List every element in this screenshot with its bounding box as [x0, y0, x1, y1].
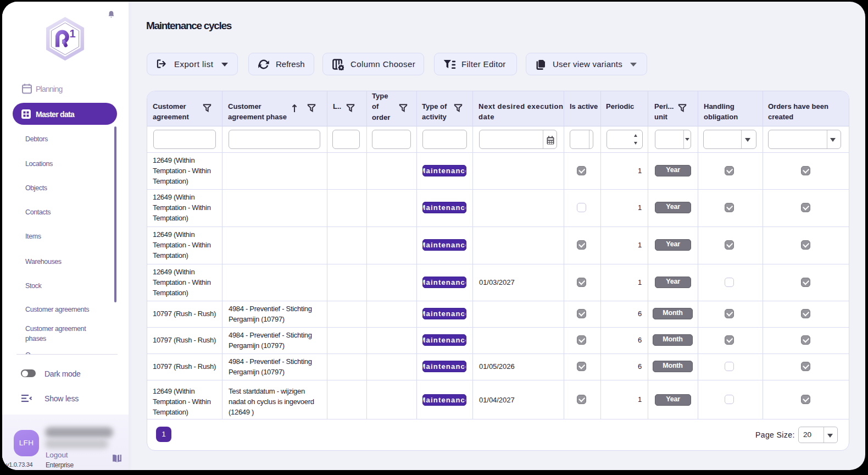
svg-text:1: 1	[70, 27, 76, 40]
